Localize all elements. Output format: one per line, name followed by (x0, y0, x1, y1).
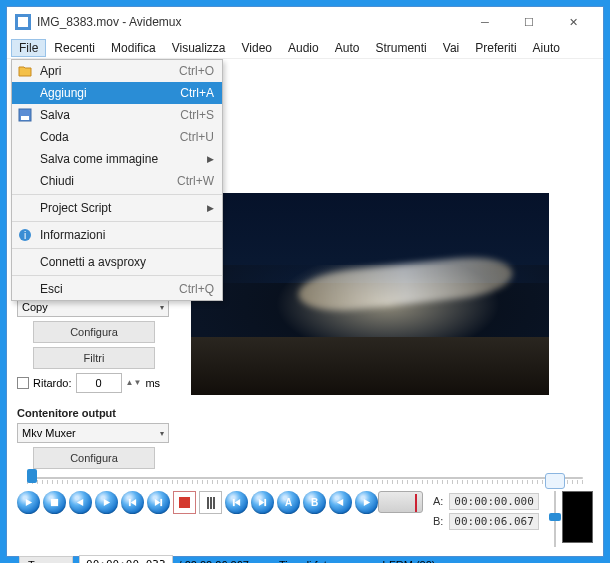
stop-button[interactable] (43, 491, 66, 514)
delete-selection-button[interactable] (173, 491, 196, 514)
submenu-arrow-icon: ▶ (207, 203, 214, 213)
set-marker-button[interactable] (199, 491, 222, 514)
menu-preferiti[interactable]: Preferiti (467, 39, 524, 57)
prev-keyframe-button[interactable] (121, 491, 144, 514)
menu-modifica[interactable]: Modifica (103, 39, 164, 57)
time-row: Tempo: 00:00:00.033 / 00:00:06.067 Tipo … (17, 555, 593, 563)
menu-aiuto[interactable]: Aiuto (525, 39, 568, 57)
shortcut: Ctrl+A (180, 86, 214, 100)
thumbnail-preview (562, 491, 593, 543)
goto-end-button[interactable] (251, 491, 274, 514)
menu-auto[interactable]: Auto (327, 39, 368, 57)
svg-text:i: i (24, 230, 26, 241)
menuitem-label: Chiudi (40, 174, 74, 188)
menu-strumenti[interactable]: Strumenti (367, 39, 434, 57)
menuitem-label: Salva (40, 108, 70, 122)
time-label: Tempo: (19, 556, 73, 564)
chevron-down-icon: ▾ (160, 303, 164, 312)
window-title: IMG_8383.mov - Avidemux (37, 15, 463, 29)
app-window: IMG_8383.mov - Avidemux ─ ☐ ✕ File Recen… (6, 6, 604, 557)
menu-visualizza[interactable]: Visualizza (164, 39, 234, 57)
menuitem-append[interactable]: AggiungiCtrl+A (12, 82, 222, 104)
goto-b-button[interactable] (355, 491, 378, 514)
svg-rect-3 (21, 116, 29, 120)
svg-rect-10 (264, 499, 266, 506)
menu-file[interactable]: File (11, 39, 46, 57)
menuitem-save-image[interactable]: Salva come immagine▶ (12, 148, 222, 170)
marker-b-label: B: (433, 515, 443, 527)
shortcut: Ctrl+S (180, 108, 214, 122)
menuitem-label: Informazioni (40, 228, 105, 242)
svg-rect-7 (129, 499, 131, 506)
goto-a-button[interactable] (329, 491, 352, 514)
menuitem-label: Esci (40, 282, 63, 296)
timeline-slider[interactable] (19, 467, 591, 485)
menu-vai[interactable]: Vai (435, 39, 467, 57)
svg-rect-1 (18, 17, 28, 27)
delay-spinner[interactable]: 0 (76, 373, 122, 393)
menuitem-label: Connetti a avsproxy (40, 255, 146, 269)
menu-video[interactable]: Video (234, 39, 280, 57)
marker-readout: A:00:00:00.000 B:00:00:06.067 (433, 491, 539, 531)
menuitem-save[interactable]: SalvaCtrl+S (12, 104, 222, 126)
menuitem-exit[interactable]: EsciCtrl+Q (12, 278, 222, 300)
frame-type-value: I-FRM (00) (382, 559, 435, 564)
menuitem-label: Aggiungi (40, 86, 87, 100)
container-select[interactable]: Mkv Muxer▾ (17, 423, 169, 443)
info-icon: i (18, 228, 32, 242)
next-keyframe-button[interactable] (147, 491, 170, 514)
separator (12, 221, 222, 222)
time-total: / 00:00:06.067 (179, 559, 249, 564)
separator (12, 248, 222, 249)
video-preview (191, 193, 549, 395)
marker-a-value: 00:00:00.000 (449, 493, 538, 510)
menu-audio[interactable]: Audio (280, 39, 327, 57)
delay-label: Ritardo: (33, 377, 72, 389)
delay-checkbox[interactable] (17, 377, 29, 389)
time-current-input[interactable]: 00:00:00.033 (79, 555, 172, 563)
menuitem-close[interactable]: ChiudiCtrl+W (12, 170, 222, 192)
jog-wheel[interactable] (378, 491, 423, 513)
delay-row: Ritardo: 0 ▲▼ ms (17, 373, 187, 393)
shortcut: Ctrl+Q (179, 282, 214, 296)
menuitem-open[interactable]: ApriCtrl+O (12, 60, 222, 82)
speaker-icon[interactable] (545, 473, 565, 489)
svg-rect-9 (233, 499, 235, 506)
next-frame-button[interactable] (95, 491, 118, 514)
marker-a-button[interactable]: A (277, 491, 300, 514)
audio-filters-button[interactable]: Filtri (33, 347, 155, 369)
menuitem-project-script[interactable]: Project Script▶ (12, 197, 222, 219)
marker-a-label: A: (433, 495, 443, 507)
frame-type-label: Tipo di fotogramma: (279, 559, 376, 564)
separator (12, 275, 222, 276)
audio-configure-button[interactable]: Configura (33, 321, 155, 343)
combo-value: Copy (22, 301, 48, 313)
menuitem-label: Apri (40, 64, 61, 78)
chevron-down-icon: ▾ (160, 429, 164, 438)
maximize-button[interactable]: ☐ (507, 8, 551, 36)
svg-rect-6 (51, 499, 58, 506)
app-icon (15, 14, 31, 30)
save-icon (18, 108, 32, 122)
volume-slider[interactable] (547, 491, 556, 547)
folder-open-icon (18, 64, 32, 78)
menubar: File Recenti Modifica Visualizza Video A… (7, 37, 603, 59)
goto-start-button[interactable] (225, 491, 248, 514)
window-controls: ─ ☐ ✕ (463, 8, 595, 36)
minimize-button[interactable]: ─ (463, 8, 507, 36)
delay-unit: ms (145, 377, 160, 389)
menuitem-label: Salva come immagine (40, 152, 158, 166)
titlebar: IMG_8383.mov - Avidemux ─ ☐ ✕ (7, 7, 603, 37)
play-button[interactable] (17, 491, 40, 514)
combo-value: Mkv Muxer (22, 427, 76, 439)
close-button[interactable]: ✕ (551, 8, 595, 36)
prev-frame-button[interactable] (69, 491, 92, 514)
marker-b-button[interactable]: B (303, 491, 326, 514)
menu-recenti[interactable]: Recenti (46, 39, 103, 57)
timeline-thumb[interactable] (27, 469, 37, 483)
spinner-arrows-icon[interactable]: ▲▼ (126, 379, 142, 387)
menuitem-label: Coda (40, 130, 69, 144)
menuitem-queue[interactable]: CodaCtrl+U (12, 126, 222, 148)
menuitem-info[interactable]: i Informazioni (12, 224, 222, 246)
menuitem-avsproxy[interactable]: Connetti a avsproxy (12, 251, 222, 273)
